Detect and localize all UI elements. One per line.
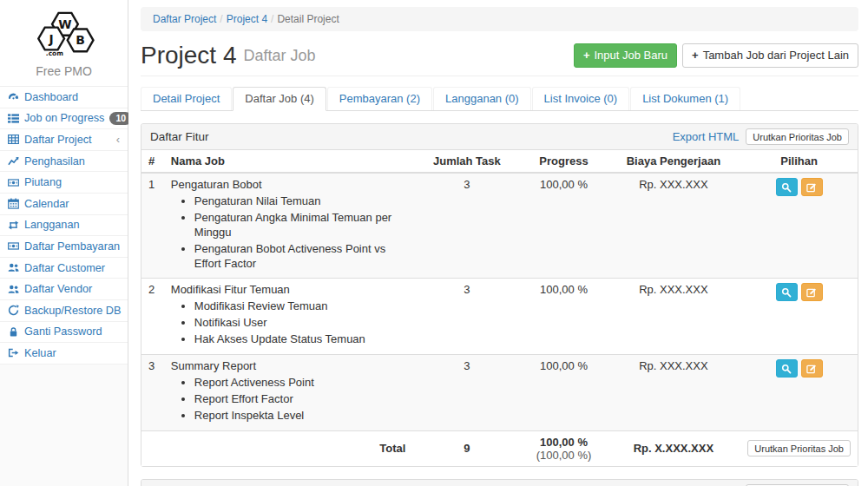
- row-number: 1: [141, 173, 164, 279]
- view-job-button[interactable]: [776, 178, 798, 196]
- breadcrumb-link-project-4[interactable]: Project 4: [227, 13, 267, 25]
- sidebar-item-label: Backup/Restore DB: [24, 305, 121, 317]
- total-progress-weighted: (100,00 %): [536, 449, 592, 462]
- sidebar-item-langganan[interactable]: Langganan: [0, 215, 128, 237]
- tab-daftar-job[interactable]: Daftar Job (4): [233, 87, 326, 111]
- subtask-item: Pengaturan Angka Minimal Temuan per Ming…: [194, 210, 406, 241]
- sidebar-item-label: Calendar: [24, 198, 69, 210]
- table-row: 2 Modifikasi Fitur Temuan Modifikasi Rev…: [141, 279, 858, 355]
- tab-pembayaran[interactable]: Pembayaran (2): [327, 87, 432, 110]
- edit-job-button[interactable]: [801, 178, 823, 196]
- app-window: W J B .com Free PMO Dashboard Job on Pro…: [0, 0, 868, 486]
- tab-list-dokumen[interactable]: List Dokumen (1): [630, 87, 740, 110]
- total-task-count: 9: [412, 430, 521, 466]
- main-content: Daftar Project/Project 4/Detail Project …: [128, 0, 868, 486]
- tab-langganan[interactable]: Langganan (0): [433, 87, 531, 110]
- brand-logo-link[interactable]: W J B .com Free PMO: [0, 0, 128, 86]
- sidebar-item-label: Dashboard: [24, 91, 78, 103]
- total-label: Total: [164, 430, 413, 466]
- sidebar-item-daftar-vendor[interactable]: Daftar Vendor: [0, 279, 128, 300]
- cost-value: Rp. XXX.XXX: [607, 173, 741, 279]
- subtask-item: Notifikasi User: [194, 315, 406, 332]
- chevron-left-icon: ‹: [116, 133, 122, 146]
- breadcrumb-separator: /: [220, 13, 222, 25]
- view-job-button[interactable]: [776, 283, 798, 301]
- refresh-icon: [7, 305, 19, 316]
- panel-heading: Fitur Tambahan Export HTML Urutkan Prior…: [141, 480, 858, 486]
- subtask-item: Pengaturan Bobot Activeness Point vs Eff…: [194, 241, 406, 273]
- tambah-job-dari-project-lain-button[interactable]: +Tambah Job dari Project Lain: [682, 43, 858, 69]
- brand-name: Free PMO: [0, 64, 128, 78]
- column-header: #: [141, 150, 164, 173]
- total-row: Total 9 100,00 % (100,00 %) Rp. X.XXX.XX…: [141, 430, 858, 466]
- lock-icon: [7, 326, 19, 338]
- edit-job-button[interactable]: [801, 283, 823, 301]
- sidebar-item-ganti-password[interactable]: Ganti Password: [0, 322, 128, 344]
- progress-value: 100,00 %: [521, 279, 606, 355]
- input-job-baru-button[interactable]: +Input Job Baru: [574, 43, 677, 69]
- tab-list-invoice[interactable]: List Invoice (0): [532, 87, 630, 110]
- sidebar-item-piutang[interactable]: Piutang: [0, 172, 128, 194]
- row-number: 3: [141, 355, 164, 431]
- sidebar-item-daftar-project[interactable]: Daftar Project ‹: [0, 129, 128, 151]
- plus-icon: +: [583, 49, 590, 63]
- panel-title: Daftar Fitur: [150, 130, 209, 143]
- subtask-item: Report Effort Factor: [194, 391, 406, 408]
- sidebar-item-dashboard[interactable]: Dashboard: [0, 87, 128, 108]
- progress-value: 100,00 %: [521, 173, 606, 279]
- column-header: Progress: [521, 150, 606, 173]
- page-header: Project 4 Daftar Job +Input Job Baru +Ta…: [141, 42, 858, 76]
- sidebar-item-daftar-pembayaran[interactable]: Daftar Pembayaran: [0, 236, 128, 258]
- users-icon: [7, 262, 19, 273]
- urutkan-prioritas-job-button[interactable]: Urutkan Prioritas Job: [747, 440, 851, 456]
- sidebar-item-label: Daftar Pembayaran: [24, 240, 120, 253]
- tab-detail-project[interactable]: Detail Project: [141, 87, 232, 110]
- sidebar-item-label: Ganti Password: [24, 325, 102, 338]
- sidebar-item-daftar-customer[interactable]: Daftar Customer: [0, 258, 128, 279]
- money-icon: [7, 177, 19, 188]
- svg-text:B: B: [76, 33, 85, 47]
- sign-out-icon: [7, 347, 19, 358]
- subtask-item: Pengaturan Nilai Temuan: [194, 194, 406, 210]
- subtask-item: Report Inspekta Level: [194, 408, 406, 424]
- sidebar-item-job-on-progress[interactable]: Job on Progress 10: [0, 108, 128, 130]
- jwb-logo-icon: W J B .com: [19, 49, 109, 62]
- edit-job-button[interactable]: [801, 359, 823, 378]
- export-html-link[interactable]: Export HTML: [673, 130, 740, 143]
- column-header: Biaya Pengerjaan: [607, 150, 741, 173]
- sidebar-item-calendar[interactable]: Calendar: [0, 194, 128, 215]
- sidebar: W J B .com Free PMO Dashboard Job on Pro…: [0, 0, 128, 486]
- subtask-item: Hak Akses Update Status Temuan: [194, 332, 406, 348]
- users-icon: [7, 284, 19, 295]
- sidebar-item-backup-restore[interactable]: Backup/Restore DB: [0, 300, 128, 322]
- sidebar-item-label: Daftar Customer: [24, 262, 105, 274]
- sidebar-item-label: Daftar Project: [24, 134, 92, 146]
- line-chart-icon: [7, 155, 19, 167]
- breadcrumb-link-daftar-project[interactable]: Daftar Project: [153, 13, 216, 25]
- table-icon: [7, 134, 19, 145]
- retweet-icon: [7, 220, 19, 231]
- column-header: Nama Job: [164, 150, 413, 173]
- total-cost: Rp. X.XXX.XXX: [607, 430, 741, 466]
- breadcrumb: Daftar Project/Project 4/Detail Project: [141, 7, 858, 31]
- column-header: Pilihan: [740, 150, 858, 173]
- view-job-button[interactable]: [776, 359, 798, 378]
- task-count: 3: [412, 173, 521, 279]
- sidebar-item-label: Keluar: [24, 347, 56, 359]
- calendar-icon: [7, 198, 19, 209]
- sidebar-item-keluar[interactable]: Keluar: [0, 343, 128, 364]
- dashboard-icon: [7, 91, 19, 102]
- breadcrumb-separator: /: [271, 13, 273, 25]
- cost-value: Rp. XXX.XXX: [607, 279, 741, 355]
- column-header: Jumlah Task: [412, 150, 521, 173]
- table-row: 1 Pengaturan Bobot Pengaturan Nilai Temu…: [141, 173, 858, 279]
- page-subtitle: Daftar Job: [244, 47, 316, 65]
- sidebar-nav: Dashboard Job on Progress 10 Daftar Proj…: [0, 86, 128, 364]
- row-number: 2: [141, 279, 164, 355]
- progress-value: 100,00 %: [521, 355, 606, 431]
- project-tabs: Detail Project Daftar Job (4) Pembayaran…: [141, 87, 858, 111]
- job-name: Pengaturan Bobot: [171, 178, 262, 191]
- total-progress: 100,00 %: [540, 436, 588, 449]
- urutkan-prioritas-job-button[interactable]: Urutkan Prioritas Job: [746, 128, 849, 145]
- sidebar-item-penghasilan[interactable]: Penghasilan: [0, 151, 128, 173]
